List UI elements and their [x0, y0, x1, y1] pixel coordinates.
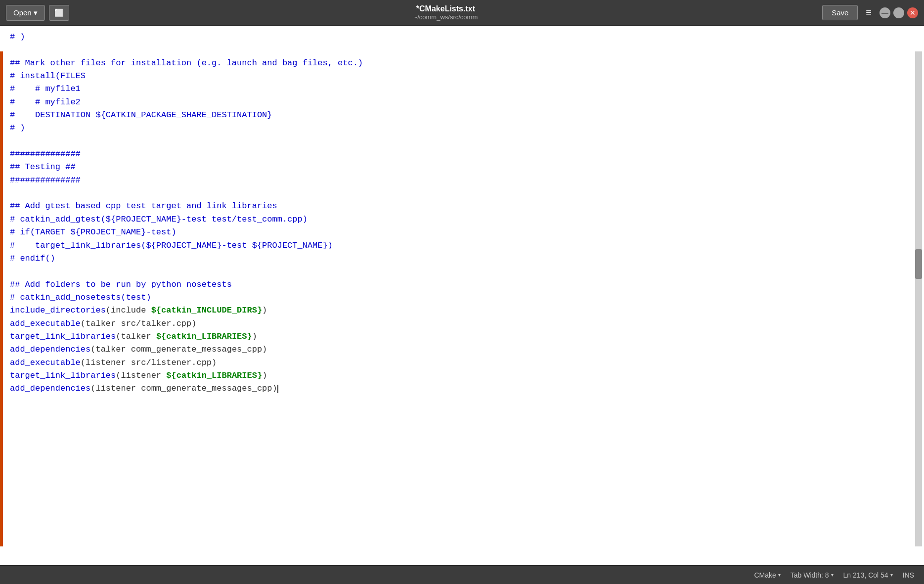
code-line: # endif() — [10, 252, 914, 265]
code-line: # install(FILES — [10, 70, 914, 83]
scrollbar-thumb[interactable] — [915, 249, 922, 279]
open-chevron: ▾ — [34, 8, 38, 17]
code-line: add_dependencies(talker comm_generate_me… — [10, 343, 914, 356]
filepath-title: ~/comm_ws/src/comm — [69, 13, 822, 21]
code-line: ############## — [10, 174, 914, 187]
code-line: # DESTINATION ${CATKIN_PACKAGE_SHARE_DES… — [10, 109, 914, 122]
titlebar-right: Save ≡ — ✕ — [822, 5, 918, 20]
main-window: Open ▾ ⬜ *CMakeLists.txt ~/comm_ws/src/c… — [0, 0, 924, 584]
code-line: target_link_libraries(listener ${catkin_… — [10, 369, 914, 382]
close-button[interactable]: ✕ — [907, 7, 918, 18]
code-line: ## Add gtest based cpp test target and l… — [10, 200, 914, 213]
tab-width-chevron: ▾ — [831, 572, 834, 578]
cursor-pos-chevron: ▾ — [890, 572, 893, 578]
cursor-pos-label: Ln 213, Col 54 — [843, 571, 888, 579]
filename-title: *CMakeLists.txt — [69, 4, 822, 13]
maximize-button[interactable] — [893, 7, 904, 18]
window-controls: — ✕ — [880, 7, 918, 18]
code-line: ## Mark other files for installation (e.… — [10, 57, 914, 70]
cursor-position[interactable]: Ln 213, Col 54 ▾ — [843, 571, 893, 579]
editor-wrapper: # ) ## Mark other files for installation… — [0, 26, 924, 565]
code-line: # catkin_add_gtest(${PROJECT_NAME}-test … — [10, 213, 914, 226]
code-line: ## Testing ## — [10, 161, 914, 174]
left-accent — [0, 51, 3, 546]
code-line: add_dependencies(listener comm_generate_… — [10, 382, 914, 395]
language-label: CMake — [754, 571, 776, 579]
new-file-button[interactable]: ⬜ — [49, 5, 69, 21]
save-button[interactable]: Save — [822, 5, 858, 20]
minimize-button[interactable]: — — [880, 7, 890, 18]
insert-mode: INS — [903, 571, 914, 579]
editor-area[interactable]: # ) ## Mark other files for installation… — [0, 26, 924, 565]
titlebar-left: Open ▾ ⬜ — [6, 5, 69, 21]
code-line: # catkin_add_nosetests(test) — [10, 291, 914, 304]
code-line: # ) — [10, 122, 914, 135]
code-line: ############## — [10, 148, 914, 161]
titlebar: Open ▾ ⬜ *CMakeLists.txt ~/comm_ws/src/c… — [0, 0, 924, 26]
code-line: # # myfile1 — [10, 83, 914, 95]
code-line: # # myfile2 — [10, 96, 914, 109]
code-line: add_executable(talker src/talker.cpp) — [10, 317, 914, 330]
open-label: Open — [13, 8, 32, 17]
code-line: include_directories(include ${catkin_INC… — [10, 304, 914, 317]
language-chevron: ▾ — [778, 572, 781, 578]
statusbar: CMake ▾ Tab Width: 8 ▾ Ln 213, Col 54 ▾ … — [0, 565, 924, 584]
titlebar-center: *CMakeLists.txt ~/comm_ws/src/comm — [69, 4, 822, 21]
scrollbar[interactable] — [915, 51, 922, 546]
text-cursor — [277, 385, 278, 393]
tab-width-label: Tab Width: 8 — [791, 571, 829, 579]
code-content[interactable]: # ) ## Mark other files for installation… — [0, 26, 924, 565]
language-selector[interactable]: CMake ▾ — [754, 571, 780, 579]
code-line — [10, 187, 914, 200]
code-line — [10, 265, 914, 278]
code-line: add_executable(listener src/listener.cpp… — [10, 357, 914, 369]
code-line — [10, 135, 914, 148]
code-line: # if(TARGET ${PROJECT_NAME}-test) — [10, 226, 914, 239]
menu-button[interactable]: ≡ — [862, 5, 876, 20]
code-line: ## Add folders to be run by python noset… — [10, 278, 914, 291]
open-button[interactable]: Open ▾ — [6, 5, 45, 21]
code-line — [10, 44, 914, 56]
code-line: # ) — [10, 31, 914, 44]
code-line: target_link_libraries(talker ${catkin_LI… — [10, 330, 914, 343]
code-line: # target_link_libraries(${PROJECT_NAME}-… — [10, 239, 914, 252]
tab-width-selector[interactable]: Tab Width: 8 ▾ — [791, 571, 834, 579]
mode-label: INS — [903, 571, 914, 579]
